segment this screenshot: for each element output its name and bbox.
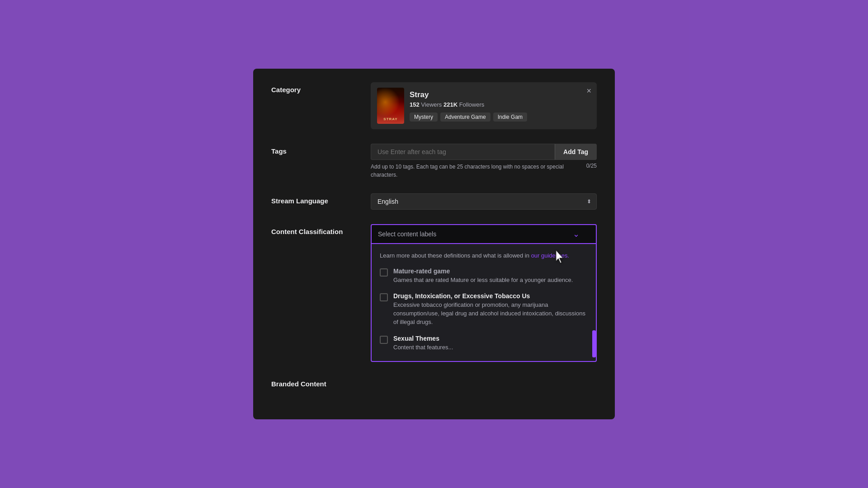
tag-adventure: Adventure Game xyxy=(440,113,491,122)
thumbnail-inner: STRAY xyxy=(377,88,404,124)
category-tags: Mystery Adventure Game Indie Gam xyxy=(410,113,590,122)
guidelines-link[interactable]: our guidelines. xyxy=(531,252,570,259)
followers-count: 221K xyxy=(443,101,458,108)
tag-mystery: Mystery xyxy=(410,113,438,122)
tags-input[interactable] xyxy=(371,144,555,160)
followers-label: Followers xyxy=(459,101,485,108)
viewers-label: Viewers xyxy=(421,101,442,108)
content-dropdown: Learn more about these definitions and w… xyxy=(371,244,597,362)
branded-content-label: Branded Content xyxy=(271,376,371,388)
category-thumbnail: STRAY xyxy=(377,88,404,124)
stream-language-label: Stream Language xyxy=(271,193,371,205)
branded-content-row: Branded Content xyxy=(271,376,597,388)
tags-control: Add Tag Add up to 10 tags. Each tag can … xyxy=(371,144,597,179)
content-dropdown-inner[interactable]: Learn more about these definitions and w… xyxy=(372,244,596,361)
category-control: STRAY Stray 152 Viewers 221K Followers M… xyxy=(371,82,597,129)
content-item-sexual: Sexual Themes Content that features... xyxy=(380,335,588,352)
tag-indie: Indie Gam xyxy=(493,113,527,122)
sexual-desc: Content that features... xyxy=(393,343,453,352)
stray-logo-text: STRAY xyxy=(383,117,397,121)
tags-hint: Add up to 10 tags. Each tag can be 25 ch… xyxy=(371,163,597,179)
modal-body: Category STRAY Stray 152 Viewers 221K xyxy=(253,69,615,401)
drugs-desc: Excessive tobacco glorification or promo… xyxy=(393,301,588,327)
scrollbar[interactable] xyxy=(592,244,596,361)
sexual-title: Sexual Themes xyxy=(393,335,453,342)
tags-count: 0/25 xyxy=(586,163,597,179)
close-button[interactable]: × xyxy=(586,87,591,95)
content-classification-trigger[interactable]: Select content labels ⌄ xyxy=(371,224,597,244)
category-row: Category STRAY Stray 152 Viewers 221K xyxy=(271,82,597,129)
category-meta: 152 Viewers 221K Followers xyxy=(410,101,590,108)
guidelines-text: Learn more about these definitions and w… xyxy=(380,251,588,260)
modal-container: Category STRAY Stray 152 Viewers 221K xyxy=(253,69,615,419)
category-info: Stray 152 Viewers 221K Followers Mystery… xyxy=(410,90,590,122)
stream-language-row: Stream Language English ⬍ xyxy=(271,193,597,210)
language-select[interactable]: English xyxy=(371,193,597,210)
scroll-thumb xyxy=(592,330,596,357)
content-classification-row: Content Classification Select content la… xyxy=(271,224,597,362)
checkbox-sexual[interactable] xyxy=(380,336,388,344)
drugs-title: Drugs, Intoxication, or Excessive Tobacc… xyxy=(393,292,588,300)
checkbox-drugs[interactable] xyxy=(380,293,388,301)
content-classification-control: Select content labels ⌄ Learn more about… xyxy=(371,224,597,362)
category-label: Category xyxy=(271,82,371,94)
checkbox-mature[interactable] xyxy=(380,268,388,277)
tags-input-row: Add Tag xyxy=(371,144,597,160)
classification-arrow-icon: ⌄ xyxy=(573,229,580,239)
mature-title: Mature-rated game xyxy=(393,267,573,275)
tags-hint-text: Add up to 10 tags. Each tag can be 25 ch… xyxy=(371,163,579,179)
add-tag-button[interactable]: Add Tag xyxy=(555,144,597,160)
content-classification-label: Content Classification xyxy=(271,224,371,235)
tags-label: Tags xyxy=(271,144,371,155)
content-item-mature: Mature-rated game Games that are rated M… xyxy=(380,267,588,285)
content-item-drugs: Drugs, Intoxication, or Excessive Tobacc… xyxy=(380,292,588,327)
game-title: Stray xyxy=(410,90,590,99)
category-card: STRAY Stray 152 Viewers 221K Followers M… xyxy=(371,82,597,129)
tags-row: Tags Add Tag Add up to 10 tags. Each tag… xyxy=(271,144,597,179)
content-classification-wrapper: Select content labels ⌄ Learn more about… xyxy=(371,224,597,362)
stream-language-control: English ⬍ xyxy=(371,193,597,210)
viewers-count: 152 xyxy=(410,101,420,108)
language-select-wrapper: English ⬍ xyxy=(371,193,597,210)
mature-desc: Games that are rated Mature or less suit… xyxy=(393,276,573,285)
classification-placeholder: Select content labels xyxy=(378,230,436,238)
